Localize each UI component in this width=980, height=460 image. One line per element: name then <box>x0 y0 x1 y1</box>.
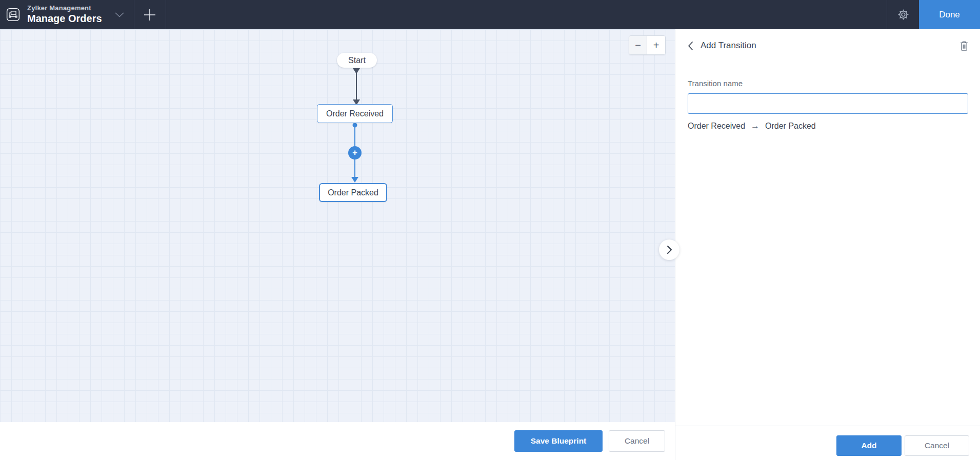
blueprint-logo-icon[interactable] <box>6 8 20 22</box>
panel-title: Add Transition <box>701 41 958 51</box>
settings-gear-icon[interactable] <box>887 0 919 29</box>
panel-footer: Add Cancel <box>675 426 980 460</box>
zoom-controls: − + <box>629 35 666 55</box>
main-area: − + Start Order Received + Order Packed … <box>0 29 980 460</box>
route-from-stage: Order Received <box>688 122 745 131</box>
add-button[interactable]: Add <box>836 435 902 456</box>
transition-route: Order Received → Order Packed <box>688 121 816 131</box>
save-blueprint-button[interactable]: Save Blueprint <box>514 430 603 452</box>
title-block: Zylker Management Manage Orders <box>27 5 102 25</box>
blueprint-switcher-chevron-down-icon[interactable] <box>105 0 134 29</box>
delete-transition-trash-icon[interactable] <box>958 39 970 53</box>
stage-node-order-received[interactable]: Order Received <box>317 104 393 123</box>
transition-name-input[interactable] <box>688 93 968 114</box>
panel-cancel-button[interactable]: Cancel <box>905 435 969 456</box>
topbar-spacer <box>166 0 887 29</box>
blueprint-canvas[interactable]: − + Start Order Received + Order Packed … <box>0 29 675 460</box>
blueprint-editor: Zylker Management Manage Orders Done − + <box>0 0 980 460</box>
add-transition-plus-button[interactable]: + <box>348 146 362 159</box>
start-node[interactable]: Start <box>337 53 377 68</box>
page-title: Manage Orders <box>27 13 102 25</box>
right-arrow-icon: → <box>751 121 759 131</box>
add-blueprint-plus-icon[interactable] <box>134 0 166 29</box>
add-transition-panel: Add Transition Transition name Order Rec… <box>675 29 980 460</box>
zoom-out-button[interactable]: − <box>629 36 647 54</box>
collapse-panel-chevron-right-icon[interactable] <box>659 239 679 260</box>
route-to-stage: Order Packed <box>765 122 816 131</box>
canvas-footer: Save Blueprint Cancel <box>0 422 675 460</box>
stage-node-order-packed[interactable]: Order Packed <box>319 183 387 202</box>
canvas-cancel-button[interactable]: Cancel <box>609 430 665 452</box>
workflow-connectors <box>0 29 675 460</box>
panel-header: Add Transition <box>675 36 980 55</box>
transition-name-label: Transition name <box>688 79 743 88</box>
app-name: Zylker Management <box>27 5 102 12</box>
done-button[interactable]: Done <box>919 0 980 29</box>
topbar: Zylker Management Manage Orders Done <box>0 0 980 29</box>
zoom-in-button[interactable]: + <box>647 36 665 54</box>
back-chevron-icon[interactable] <box>686 39 695 53</box>
